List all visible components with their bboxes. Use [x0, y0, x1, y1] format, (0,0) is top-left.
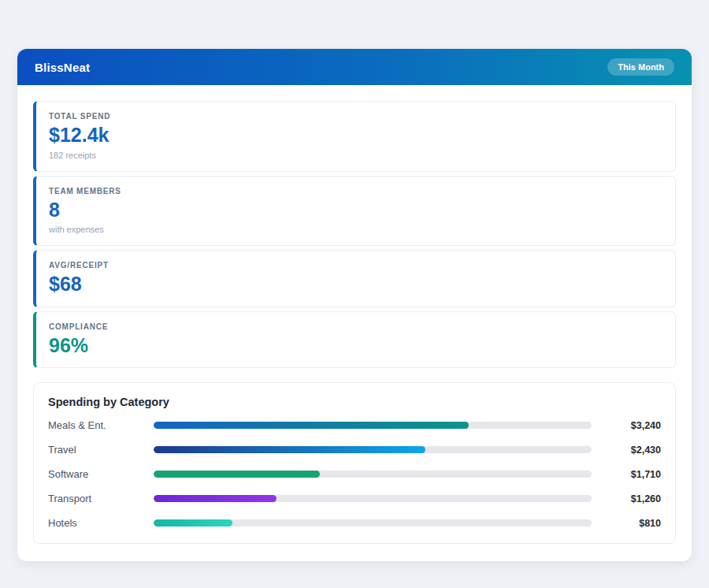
stat-label: TOTAL SPEND	[49, 112, 663, 121]
dashboard-card: BlissNeat This Month TOTAL SPEND $12.4k …	[17, 49, 692, 561]
bar-fill	[154, 495, 277, 502]
category-label: Transport	[48, 493, 143, 504]
category-value: $1,710	[603, 469, 661, 480]
chart-row: Travel$2,430	[48, 444, 661, 456]
bar-fill	[154, 446, 425, 453]
bar-track	[154, 519, 592, 527]
stat-value: 96%	[49, 335, 663, 357]
stat-label: COMPLIANCE	[49, 322, 663, 331]
bar-fill	[154, 471, 320, 478]
category-value: $3,240	[603, 420, 661, 431]
chart-row: Transport$1,260	[48, 493, 661, 504]
stat-value: $68	[49, 274, 663, 296]
stat-card: TOTAL SPEND $12.4k 182 receipts	[33, 101, 676, 172]
category-value: $810	[603, 518, 661, 529]
stat-sub: with expenses	[49, 225, 663, 234]
app-header: BlissNeat This Month	[17, 49, 692, 85]
category-value: $1,260	[603, 493, 661, 504]
category-label: Travel	[48, 444, 143, 456]
stats-list: TOTAL SPEND $12.4k 182 receipts TEAM MEM…	[33, 101, 676, 368]
chart-rows: Meals & Ent.$3,240Travel$2,430Software$1…	[48, 419, 661, 529]
stat-card: COMPLIANCE 96%	[33, 311, 676, 369]
chart-row: Meals & Ent.$3,240	[48, 419, 661, 431]
bar-track	[154, 422, 592, 429]
stat-sub: 182 receipts	[49, 151, 663, 160]
stat-value: $12.4k	[49, 125, 663, 147]
app-body: TOTAL SPEND $12.4k 182 receipts TEAM MEM…	[17, 85, 692, 561]
category-label: Meals & Ent.	[48, 419, 143, 431]
stat-card: TEAM MEMBERS 8 with expenses	[33, 176, 676, 247]
chart-title: Spending by Category	[48, 396, 661, 408]
app-title: BlissNeat	[35, 61, 90, 74]
spending-by-category-card: Spending by Category Meals & Ent.$3,240T…	[33, 382, 676, 544]
stat-label: AVG/RECEIPT	[49, 261, 663, 270]
bar-track	[154, 471, 592, 478]
bar-track	[154, 495, 592, 502]
category-value: $2,430	[603, 445, 661, 456]
chart-row: Software$1,710	[48, 468, 661, 480]
category-label: Software	[48, 468, 143, 480]
stat-card: AVG/RECEIPT $68	[33, 250, 676, 307]
stat-label: TEAM MEMBERS	[49, 187, 663, 195]
stat-value: 8	[49, 199, 663, 221]
chart-row: Hotels$810	[48, 517, 661, 529]
category-label: Hotels	[48, 517, 143, 529]
bar-track	[154, 446, 592, 453]
period-badge[interactable]: This Month	[607, 58, 674, 76]
bar-fill	[154, 422, 469, 429]
bar-fill	[154, 519, 232, 527]
